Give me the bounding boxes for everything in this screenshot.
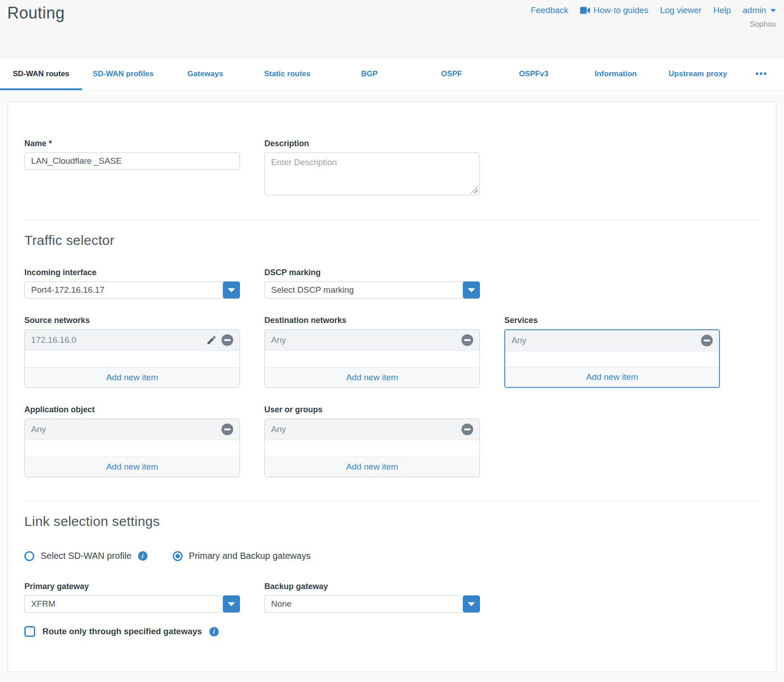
tab-upstream-proxy[interactable]: Upstream proxy — [657, 58, 739, 90]
primary-gateway-value: XFRM — [24, 595, 240, 613]
description-label: Description — [264, 139, 480, 148]
name-label: Name * — [24, 139, 240, 148]
remove-item-icon[interactable] — [701, 335, 713, 346]
page-header: Routing Feedback How-to guides Log viewe… — [0, 0, 784, 57]
link-selection-heading: Link selection settings — [24, 514, 760, 529]
primary-gateway-select[interactable]: XFRM — [24, 595, 240, 613]
tab-ospf[interactable]: OSPF — [410, 58, 493, 90]
help-label: Help — [713, 5, 731, 15]
description-field-group: Description — [264, 139, 480, 197]
list-item: Any — [265, 330, 480, 351]
routing-tabbar: SD-WAN routes SD-WAN profiles Gateways S… — [0, 57, 784, 90]
info-icon[interactable]: i — [209, 627, 219, 636]
user-or-groups-item: Any — [271, 424, 461, 434]
application-object-add-button[interactable]: Add new item — [25, 456, 240, 477]
application-object-item: Any — [31, 424, 221, 434]
user-or-groups-label: User or groups — [264, 405, 480, 415]
service-item: Any — [512, 336, 701, 346]
incoming-interface-select[interactable]: Port4-172.16.16.17 — [24, 281, 240, 299]
remove-item-icon[interactable] — [221, 424, 233, 435]
primary-gateway-group: Primary gateway XFRM — [24, 582, 240, 613]
incoming-interface-group: Incoming interface Port4-172.16.16.17 — [24, 268, 240, 299]
source-networks-add-button[interactable]: Add new item — [25, 367, 240, 387]
remove-item-icon[interactable] — [221, 334, 233, 346]
source-networks-group: Source networks 172.16.16.0 Add new item — [24, 316, 240, 388]
backup-gateway-value: None — [264, 595, 480, 613]
application-object-group: Application object Any Add new item — [24, 405, 240, 477]
radio-primary-backup-gateways[interactable]: Primary and Backup gateways — [173, 551, 311, 561]
admin-label: admin — [742, 5, 766, 15]
user-or-groups-group: User or groups Any Add new item — [264, 405, 480, 477]
list-item: Any — [265, 419, 480, 440]
log-viewer-label: Log viewer — [660, 5, 701, 15]
destination-network-item: Any — [271, 335, 461, 345]
services-add-button[interactable]: Add new item — [505, 367, 719, 387]
description-textarea[interactable] — [264, 152, 480, 195]
brand-label: Sophos — [750, 20, 776, 29]
destination-networks-group: Destination networks Any Add new item — [264, 316, 480, 388]
services-label: Services — [504, 316, 720, 325]
tab-information[interactable]: Information — [575, 58, 657, 90]
radio-button-icon[interactable] — [24, 551, 34, 561]
primary-gateway-dropdown-button[interactable] — [223, 595, 240, 613]
user-or-groups-add-button[interactable]: Add new item — [265, 456, 480, 477]
remove-item-icon[interactable] — [461, 334, 473, 346]
backup-gateway-label: Backup gateway — [264, 582, 480, 591]
sdwan-route-form-card: Name * Description Traffic selector Inco… — [8, 101, 776, 672]
source-networks-label: Source networks — [24, 316, 240, 325]
chevron-down-icon — [770, 9, 776, 12]
tab-gateways[interactable]: Gateways — [164, 58, 246, 90]
list-item: 172.16.16.0 — [25, 330, 240, 351]
primary-gateway-label: Primary gateway — [24, 582, 240, 591]
source-networks-box: 172.16.16.0 Add new item — [24, 329, 240, 388]
backup-gateway-dropdown-button[interactable] — [463, 595, 480, 613]
info-icon[interactable]: i — [138, 551, 148, 561]
incoming-interface-value: Port4-172.16.16.17 — [24, 281, 240, 299]
services-box: Any Add new item — [504, 329, 720, 388]
destination-networks-box: Any Add new item — [264, 329, 480, 388]
feedback-label: Feedback — [530, 5, 568, 15]
top-nav: Feedback How-to guides Log viewer Help a… — [530, 5, 776, 15]
services-group: Services Any Add new item — [504, 316, 720, 388]
incoming-interface-dropdown-button[interactable] — [223, 281, 240, 299]
backup-gateway-select[interactable]: None — [264, 595, 480, 613]
tab-bgp[interactable]: BGP — [328, 58, 410, 90]
video-camera-icon — [580, 7, 590, 14]
radio-select-sdwan-profile[interactable]: Select SD-WAN profile i — [24, 551, 148, 561]
howto-guides-label: How-to guides — [594, 5, 648, 15]
traffic-selector-heading: Traffic selector — [24, 233, 760, 248]
dropdown-arrow-icon — [468, 602, 475, 606]
tabs-overflow-button[interactable]: ••• — [739, 58, 784, 90]
tab-static-routes[interactable]: Static routes — [246, 58, 328, 90]
page-title: Routing — [7, 4, 65, 23]
help-link[interactable]: Help — [713, 5, 731, 15]
application-object-label: Application object — [24, 405, 240, 415]
name-field-group: Name * — [24, 139, 240, 170]
dscp-marking-select[interactable]: Select DSCP marking — [264, 281, 480, 299]
radio-sdwan-profile-label: Select SD-WAN profile — [41, 551, 132, 561]
feedback-link[interactable]: Feedback — [530, 5, 568, 15]
tab-sdwan-routes[interactable]: SD-WAN routes — [0, 58, 82, 90]
section-divider — [24, 220, 760, 220]
name-input[interactable] — [24, 152, 240, 170]
remove-item-icon[interactable] — [461, 424, 473, 435]
user-or-groups-box: Any Add new item — [264, 419, 480, 477]
dscp-marking-value: Select DSCP marking — [264, 281, 480, 299]
route-only-checkbox[interactable] — [24, 626, 35, 637]
log-viewer-link[interactable]: Log viewer — [660, 5, 701, 15]
dscp-marking-dropdown-button[interactable] — [463, 281, 480, 299]
tab-sdwan-profiles[interactable]: SD-WAN profiles — [82, 58, 164, 90]
admin-menu[interactable]: admin — [742, 5, 776, 15]
edit-pencil-icon[interactable] — [206, 335, 217, 346]
destination-networks-add-button[interactable]: Add new item — [265, 367, 480, 387]
radio-button-selected-icon[interactable] — [173, 551, 183, 561]
list-spacer — [265, 351, 480, 367]
tab-ospfv3[interactable]: OSPFv3 — [493, 58, 575, 90]
dropdown-arrow-icon — [468, 288, 475, 292]
dscp-marking-group: DSCP marking Select DSCP marking — [264, 268, 480, 299]
incoming-interface-label: Incoming interface — [24, 268, 240, 277]
howto-guides-link[interactable]: How-to guides — [580, 5, 648, 15]
radio-primary-backup-label: Primary and Backup gateways — [189, 551, 311, 561]
content-area: Name * Description Traffic selector Inco… — [0, 90, 784, 672]
list-item: Any — [25, 419, 240, 440]
